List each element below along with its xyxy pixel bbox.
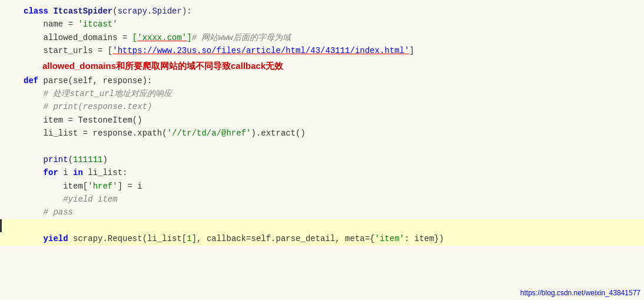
line-content-13: #yield item xyxy=(24,193,644,206)
bottom-url: https://blog.csdn.net/weixin_43841577 xyxy=(520,289,640,297)
extract-call: ).extract() xyxy=(251,128,305,138)
comment-pass: # pass xyxy=(24,207,73,217)
code-line-6: # 处理start_url地址对应的响应 xyxy=(0,87,644,100)
line-content-4: start_urls = ['https://www.23us.so/files… xyxy=(24,44,644,57)
line-content-empty1 xyxy=(24,140,644,153)
line-content-15: yield scrapy.Request(li_list[1], callbac… xyxy=(24,232,644,245)
keyword-class: class xyxy=(24,6,53,16)
list-index: 1 xyxy=(187,234,191,243)
href-key: 'href' xyxy=(88,182,117,191)
keyword-yield: yield xyxy=(44,234,73,243)
print-args: ( xyxy=(68,155,73,164)
keyword-for: for xyxy=(44,168,64,177)
string-itcast: 'itcast' xyxy=(78,19,117,29)
li-list-assign: li_list = response.xpath( xyxy=(44,128,167,138)
line-content-8: item = TestoneItem() xyxy=(24,114,644,127)
func-parse: parse(self, response): xyxy=(44,76,152,85)
code-line-7: # print(response.text) xyxy=(0,100,644,113)
line-content-11: for i in li_list: xyxy=(24,166,644,179)
line-content-14: # pass xyxy=(24,206,644,219)
line-content-6: # 处理start_url地址对应的响应 xyxy=(24,87,644,100)
code-line-11: for i in li_list: xyxy=(0,166,644,179)
request-args: ], callback=self.parse_detail, meta={ xyxy=(192,234,375,243)
code-line-1: class ItcastSpider(scrapy.Spider): xyxy=(0,5,644,18)
comment-print: # print(response.text) xyxy=(24,102,152,111)
code-line-empty1 xyxy=(0,140,644,153)
code-line-cursor xyxy=(0,219,644,232)
line-content-2: name = 'itcast' xyxy=(24,18,644,31)
code-line-5: def parse(self, response): xyxy=(0,74,644,87)
equals: = xyxy=(68,19,78,29)
item-href-assign: item[ xyxy=(63,182,88,191)
line-content-7: # print(response.text) xyxy=(24,100,644,113)
keyword-def: def xyxy=(24,76,44,85)
bottom-bar: https://blog.csdn.net/weixin_43841577 xyxy=(517,286,644,300)
class-name: ItcastSpider xyxy=(53,6,112,16)
line-content-3: allowed_domains = ['xxxx.com']# 网站www后面的… xyxy=(24,31,644,44)
print-call: print xyxy=(44,155,68,164)
item-assign: item = TestoneItem() xyxy=(44,116,142,125)
loop-iterable: li_list: xyxy=(88,168,127,177)
code-line-3: allowed_domains = ['xxxx.com']# 网站www后面的… xyxy=(0,31,644,44)
line-content-9: li_list = response.xpath('//tr/td/a/@hre… xyxy=(24,127,644,140)
code-editor: class ItcastSpider(scrapy.Spider): name … xyxy=(0,0,644,300)
code-line-14: # pass xyxy=(0,206,644,219)
comment-start-url: # 处理start_url地址对应的响应 xyxy=(24,89,172,98)
line-content-10: print(111111) xyxy=(24,153,644,166)
code-line-4: start_urls = ['https://www.23us.so/files… xyxy=(0,44,644,57)
keyword-in: in xyxy=(73,168,88,177)
paren-close: ): xyxy=(182,6,192,16)
loop-var: i xyxy=(63,168,73,177)
print-number: 111111 xyxy=(73,155,102,164)
start-urls-var: start_urls = [ xyxy=(44,46,113,55)
var-name: name xyxy=(44,19,64,29)
line-content-1: class ItcastSpider(scrapy.Spider): xyxy=(24,5,644,18)
base-class: scrapy.Spider xyxy=(118,6,182,16)
bracket-close: ] xyxy=(409,46,414,55)
annotation-text: allowed_domains和所要爬取网站的域不同导致callback无效 xyxy=(42,59,283,73)
start-url-value: 'https://www.23us.so/files/article/html/… xyxy=(112,46,409,55)
meta-value: : item}) xyxy=(404,234,444,243)
comment-domain: # 网站www后面的字母为域 xyxy=(192,33,291,42)
code-line-9: li_list = response.xpath('//tr/td/a/@hre… xyxy=(0,127,644,140)
comment-yield-item: #yield item xyxy=(24,194,118,204)
string-domain: ['xxxx.com'] xyxy=(132,33,192,42)
xpath-string: '//tr/td/a/@href' xyxy=(167,128,251,138)
item-href-eq: ] = i xyxy=(118,182,142,191)
code-line-10: print(111111) xyxy=(0,153,644,166)
code-line-2: name = 'itcast' xyxy=(0,18,644,31)
code-line-8: item = TestoneItem() xyxy=(0,114,644,127)
allowed-domains-var: allowed_domains = xyxy=(44,33,132,42)
scrapy-request: scrapy.Request(li_list[ xyxy=(73,234,187,243)
line-content-5: def parse(self, response): xyxy=(24,74,644,87)
meta-key: 'item' xyxy=(375,234,404,243)
line-content-12: item['href'] = i xyxy=(24,180,644,193)
code-line-15: yield scrapy.Request(li_list[1], callbac… xyxy=(0,232,644,245)
code-line-12: item['href'] = i xyxy=(0,180,644,193)
paren: ( xyxy=(112,6,117,16)
code-line-13: #yield item xyxy=(0,193,644,206)
line-content-cursor xyxy=(25,219,644,232)
annotation-line: allowed_domains和所要爬取网站的域不同导致callback无效 xyxy=(24,58,644,74)
print-close: ) xyxy=(102,155,107,164)
